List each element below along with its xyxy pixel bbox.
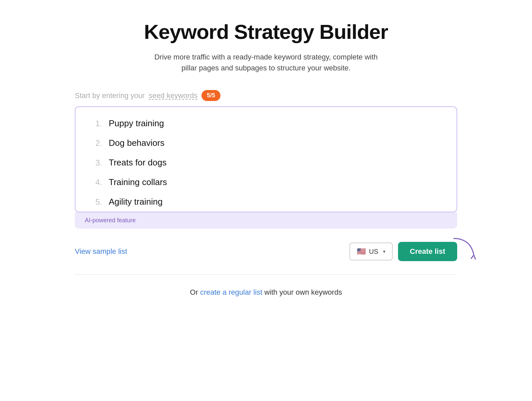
list-item: 2. Dog behaviors xyxy=(85,133,447,153)
create-list-wrapper: Create list xyxy=(398,242,457,261)
ai-powered-bar: AI-powered feature xyxy=(75,212,457,229)
seed-keywords-label: Start by entering your seed keywords 5/5 xyxy=(75,90,457,101)
list-item: 1. Puppy training xyxy=(85,114,447,133)
list-item: 3. Treats for dogs xyxy=(85,153,447,172)
chevron-down-icon: ▾ xyxy=(383,249,385,254)
page-title: Keyword Strategy Builder xyxy=(144,20,388,44)
seed-keywords-link-text: seed keywords xyxy=(149,91,198,100)
keywords-badge: 5/5 xyxy=(201,90,220,101)
keyword-input-box[interactable]: 1. Puppy training 2. Dog behaviors 3. Tr… xyxy=(75,106,457,212)
keyword-text: Agility training xyxy=(109,197,163,207)
keyword-text: Treats for dogs xyxy=(109,157,167,168)
list-item: 5. Agility training xyxy=(85,192,447,212)
keyword-number: 2. xyxy=(85,139,102,148)
view-sample-link[interactable]: View sample list xyxy=(75,247,127,256)
keyword-text: Training collars xyxy=(109,177,167,187)
us-flag-icon: 🇺🇸 xyxy=(357,247,366,256)
country-label: US xyxy=(369,248,378,255)
arrow-decoration xyxy=(451,235,477,262)
keyword-number: 3. xyxy=(85,158,102,167)
divider xyxy=(75,274,457,275)
page-subtitle: Drive more traffic with a ready-made key… xyxy=(150,51,382,73)
bottom-row: View sample list 🇺🇸 US ▾ Create list xyxy=(75,242,457,261)
right-controls: 🇺🇸 US ▾ Create list xyxy=(349,242,457,261)
keyword-text: Puppy training xyxy=(109,118,164,129)
bottom-text: Or create a regular list with your own k… xyxy=(190,288,342,297)
ai-powered-label: AI-powered feature xyxy=(85,217,136,224)
keyword-number: 1. xyxy=(85,119,102,128)
create-list-button[interactable]: Create list xyxy=(398,242,457,261)
bottom-text-end: with your own keywords xyxy=(262,288,342,296)
create-regular-list-link[interactable]: create a regular list xyxy=(200,288,262,296)
list-item: 4. Training collars xyxy=(85,172,447,192)
page-container: Keyword Strategy Builder Drive more traf… xyxy=(66,20,466,297)
seed-label-start: Start by entering your xyxy=(75,91,145,100)
keyword-list: 1. Puppy training 2. Dog behaviors 3. Tr… xyxy=(85,114,447,212)
keyword-number: 5. xyxy=(85,197,102,207)
keyword-number: 4. xyxy=(85,178,102,187)
country-selector[interactable]: 🇺🇸 US ▾ xyxy=(349,243,393,260)
keyword-text: Dog behaviors xyxy=(109,138,165,148)
bottom-text-start: Or xyxy=(190,288,200,296)
